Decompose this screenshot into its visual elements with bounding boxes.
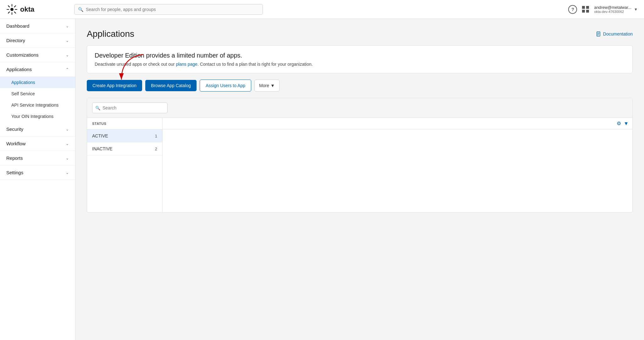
main-content: Applications Documentation Developer Edi…: [75, 19, 644, 340]
sidebar-item-settings[interactable]: Settings ⌄: [0, 165, 75, 180]
status-count-active: 1: [155, 134, 157, 138]
sidebar-sub-applications: Applications Self Service API Service In…: [0, 77, 75, 122]
okta-logo-icon: [6, 4, 18, 15]
sidebar-sub-item-self-service[interactable]: Self Service: [0, 88, 75, 99]
chevron-down-icon: ⌄: [66, 127, 69, 131]
sidebar-item-workflow[interactable]: Workflow ⌄: [0, 137, 75, 151]
more-label: More: [259, 83, 269, 88]
svg-point-0: [10, 8, 14, 11]
sidebar-item-dashboard[interactable]: Dashboard ⌄: [0, 19, 75, 33]
status-panel: STATUS ACTIVE 1 INACTIVE 2: [87, 118, 163, 212]
book-icon: [596, 31, 601, 36]
sidebar-label-applications: Applications: [6, 67, 32, 72]
svg-line-8: [8, 12, 9, 13]
status-label-inactive: INACTIVE: [92, 146, 113, 151]
page-title: Applications: [87, 29, 134, 39]
documentation-link[interactable]: Documentation: [596, 31, 633, 36]
sidebar-sub-item-oin[interactable]: Your OIN Integrations: [0, 111, 75, 122]
chevron-down-icon: ⌄: [66, 170, 69, 175]
sidebar-item-reports[interactable]: Reports ⌄: [0, 151, 75, 165]
chevron-down-icon: ⌄: [66, 38, 69, 43]
table-content: STATUS ACTIVE 1 INACTIVE 2 ⚙ ▼: [87, 118, 632, 212]
chevron-down-icon: ⌄: [66, 156, 69, 160]
chevron-down-icon: ⌄: [66, 142, 69, 146]
table-search-icon: 🔍: [95, 106, 100, 110]
status-count-inactive: 2: [155, 147, 157, 151]
plans-page-link[interactable]: plans page: [176, 62, 197, 67]
action-bar: Create App Integration Browse App Catalo…: [87, 80, 633, 92]
user-org: okta-dev-47630062: [594, 10, 624, 14]
sidebar-label-settings: Settings: [6, 170, 23, 175]
chevron-down-icon: ⌄: [66, 24, 69, 28]
table-search-input[interactable]: [92, 103, 168, 113]
topnav: okta 🔍 ? andrew@metalwar... okta-dev-476…: [0, 0, 644, 19]
status-row-active[interactable]: ACTIVE 1: [87, 130, 162, 142]
topnav-right: ? andrew@metalwar... okta-dev-47630062 ▼: [568, 5, 638, 14]
more-chevron-icon: ▼: [270, 83, 275, 88]
sidebar-label-customizations: Customizations: [6, 52, 39, 58]
user-email: andrew@metalwar...: [594, 5, 631, 10]
sidebar: Dashboard ⌄ Directory ⌄ Customizations ⌄…: [0, 19, 75, 340]
help-button[interactable]: ?: [568, 5, 577, 14]
table-search-bar: 🔍: [87, 98, 632, 118]
banner-heading: Developer Edition provides a limited num…: [95, 52, 625, 59]
user-menu[interactable]: andrew@metalwar... okta-dev-47630062 ▼: [594, 5, 638, 14]
more-button[interactable]: More ▼: [254, 80, 280, 92]
doc-link-label: Documentation: [603, 31, 633, 36]
svg-line-7: [14, 6, 16, 7]
status-header: STATUS: [87, 118, 162, 130]
sidebar-item-security[interactable]: Security ⌄: [0, 122, 75, 137]
sidebar-sub-item-api-service[interactable]: API Service Integrations: [0, 99, 75, 111]
sidebar-label-dashboard: Dashboard: [6, 23, 29, 29]
sidebar-label-security: Security: [6, 126, 23, 132]
svg-line-5: [8, 6, 9, 7]
assign-users-to-app-button[interactable]: Assign Users to App: [200, 80, 251, 92]
sidebar-label-reports: Reports: [6, 155, 23, 161]
sidebar-item-customizations[interactable]: Customizations ⌄: [0, 48, 75, 62]
sidebar-item-directory[interactable]: Directory ⌄: [0, 33, 75, 48]
sidebar-label-directory: Directory: [6, 38, 25, 43]
filter-dropdown-button[interactable]: ▼: [624, 121, 629, 126]
status-row-inactive[interactable]: INACTIVE 2: [87, 142, 162, 155]
sidebar-sub-item-applications[interactable]: Applications: [0, 77, 75, 88]
grid-apps-icon[interactable]: [582, 6, 589, 13]
sidebar-label-workflow: Workflow: [6, 141, 25, 146]
search-icon: 🔍: [78, 7, 83, 12]
create-app-integration-button[interactable]: Create App Integration: [87, 80, 142, 91]
main-table-area: ⚙ ▼: [163, 118, 632, 212]
sidebar-item-applications[interactable]: Applications ⌃: [0, 62, 75, 77]
content-header: Applications Documentation: [87, 29, 633, 39]
chevron-down-icon: ⌄: [66, 53, 69, 57]
banner-text: Deactivate unused apps or check out our …: [95, 62, 625, 67]
logo-area: okta: [6, 4, 69, 15]
svg-line-6: [14, 12, 16, 13]
user-chevron-icon: ▼: [634, 7, 638, 12]
logo-text: okta: [20, 5, 34, 14]
chevron-up-icon: ⌃: [66, 67, 69, 72]
global-search-input[interactable]: [74, 4, 263, 15]
alert-banner: Developer Edition provides a limited num…: [87, 45, 633, 73]
search-bar: 🔍: [74, 4, 263, 15]
status-label-active: ACTIVE: [92, 133, 108, 138]
main-layout: Dashboard ⌄ Directory ⌄ Customizations ⌄…: [0, 19, 644, 340]
browse-app-catalog-button[interactable]: Browse App Catalog: [145, 80, 197, 91]
apps-table-area: 🔍 STATUS ACTIVE 1 INACTIVE 2: [87, 98, 633, 213]
table-toolbar: ⚙ ▼: [163, 118, 632, 129]
column-settings-button[interactable]: ⚙: [617, 120, 621, 126]
